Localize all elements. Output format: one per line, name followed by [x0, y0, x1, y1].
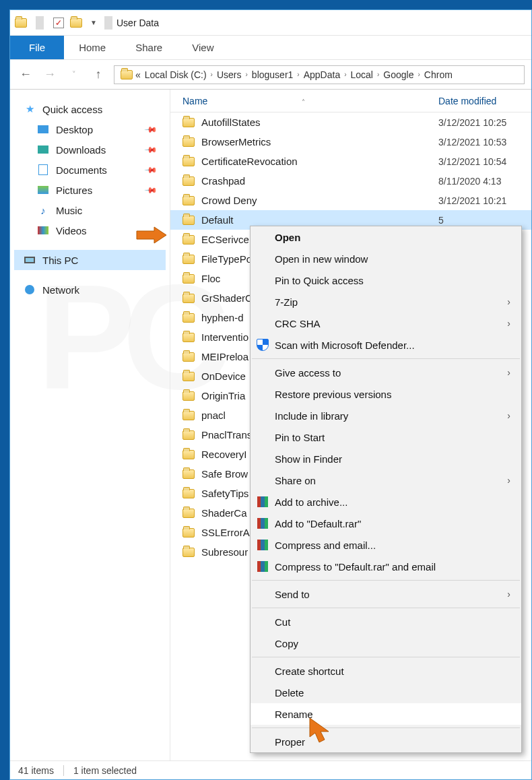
col-date[interactable]: Date modified	[438, 96, 496, 106]
network-icon	[24, 284, 36, 296]
tab-home[interactable]: Home	[64, 36, 121, 59]
file-row[interactable]: AutofillStates3/12/2021 10:25	[170, 112, 531, 132]
sidebar-quick-access[interactable]: ★ Quick access	[14, 99, 166, 119]
status-bar: 41 items 1 item selected	[10, 760, 531, 779]
file-row[interactable]: Crashpad8/11/2020 4:13	[170, 171, 531, 191]
file-name: SafetyTips	[201, 488, 248, 499]
archive-icon	[256, 495, 269, 509]
annotation-arrow-icon	[135, 226, 168, 245]
file-name: Floc	[201, 273, 220, 284]
file-date: 3/12/2021 10:53	[438, 137, 506, 148]
tab-file[interactable]: File	[10, 36, 64, 59]
sidebar-item[interactable]: Downloads📌	[14, 139, 166, 160]
breadcrumb[interactable]: Local	[349, 69, 375, 80]
folder-type-icon	[37, 184, 49, 196]
column-headers: Name˄ Date modified	[170, 90, 531, 112]
cm-properties[interactable]: Proper	[251, 731, 521, 752]
cm-defender[interactable]: Scan with Microsoft Defender...	[251, 334, 521, 356]
nav-forward-icon[interactable]: →	[41, 66, 59, 84]
sidebar-item[interactable]: Documents📌	[14, 160, 166, 180]
file-name: Crashpad	[201, 175, 245, 187]
cm-copy[interactable]: Copy	[251, 632, 521, 654]
context-menu: Open Open in new window Pin to Quick acc…	[250, 226, 522, 753]
breadcrumb[interactable]: Local Disk (C:)	[143, 69, 209, 80]
file-name: CertificateRevocation	[201, 156, 298, 167]
sidebar-label: Quick access	[42, 104, 102, 115]
cm-show-finder[interactable]: Show in Finder	[251, 448, 521, 469]
navbar: ← → ˅ ↑ « Local Disk (C:)› Users› blogus…	[10, 60, 531, 90]
breadcrumb[interactable]: Google	[381, 69, 415, 80]
sidebar-item[interactable]: ♪Music	[14, 200, 166, 220]
status-selected: 1 item selected	[73, 765, 137, 776]
cm-create-shortcut[interactable]: Create shortcut	[251, 660, 521, 682]
cm-add-archive[interactable]: Add to archive...	[251, 491, 521, 513]
file-name: Default	[201, 214, 234, 226]
file-row[interactable]: BrowserMetrics3/12/2021 10:53	[170, 132, 531, 152]
qat-dropdown-icon[interactable]: ▼	[87, 16, 100, 30]
qat-divider	[36, 16, 44, 30]
file-name: BrowserMetrics	[201, 136, 271, 148]
breadcrumb[interactable]: AppData	[302, 69, 342, 80]
status-count: 41 items	[18, 765, 54, 776]
cm-separator	[252, 657, 520, 657]
nav-pane: ★ Quick access Desktop📌Downloads📌Documen…	[10, 90, 170, 760]
cm-open-new-window[interactable]: Open in new window	[251, 248, 521, 269]
breadcrumb[interactable]: bloguser1	[250, 69, 296, 80]
tab-share[interactable]: Share	[121, 36, 177, 59]
chevron-right-icon: ›	[507, 318, 510, 329]
sidebar-item[interactable]: Pictures📌	[14, 180, 166, 200]
sidebar-item-label: Downloads	[56, 144, 106, 156]
sidebar-network[interactable]: Network	[14, 280, 166, 300]
pin-icon: 📌	[144, 183, 158, 197]
qat-newfolder-icon[interactable]	[69, 16, 83, 30]
archive-icon	[256, 538, 269, 552]
folder-icon	[182, 313, 195, 323]
cm-rename[interactable]: Rename	[251, 703, 521, 725]
sidebar-item[interactable]: Desktop📌	[14, 119, 166, 139]
cm-crc-sha[interactable]: CRC SHA›	[251, 313, 521, 334]
cm-send-to[interactable]: Send to›	[251, 583, 521, 605]
address-bar[interactable]: « Local Disk (C:)› Users› bloguser1› App…	[114, 65, 525, 84]
cm-pin-start[interactable]: Pin to Start	[251, 426, 521, 448]
file-row[interactable]: CertificateRevocation3/12/2021 10:54	[170, 152, 531, 171]
folder-icon	[182, 430, 195, 440]
tab-view[interactable]: View	[177, 36, 228, 59]
folder-icon	[182, 235, 195, 245]
cm-give-access[interactable]: Give access to›	[251, 362, 521, 383]
address-folder-icon	[120, 68, 133, 82]
cm-cut[interactable]: Cut	[251, 611, 521, 632]
file-row[interactable]: Crowd Deny3/12/2021 10:21	[170, 191, 531, 210]
sidebar-item-label: Videos	[56, 225, 87, 236]
nav-up-icon[interactable]: ↑	[90, 66, 107, 84]
cm-include-library[interactable]: Include in library›	[251, 405, 521, 426]
sidebar-item-label: Documents	[56, 164, 107, 176]
titlebar: ✓ ▼ User Data	[10, 10, 531, 36]
folder-type-icon	[37, 123, 49, 135]
file-date: 3/12/2021 10:54	[438, 156, 506, 167]
folder-icon	[182, 352, 195, 362]
cm-add-default-rar[interactable]: Add to "Default.rar"	[251, 513, 521, 534]
app-folder-icon	[14, 16, 28, 30]
breadcrumb[interactable]: Users	[215, 69, 244, 80]
folder-icon	[182, 176, 195, 186]
folder-icon	[182, 528, 195, 538]
chevron-right-icon: ›	[507, 589, 510, 599]
cm-compress-default-email[interactable]: Compress to "Default.rar" and email	[251, 556, 521, 577]
archive-icon	[256, 517, 269, 530]
cm-delete[interactable]: Delete	[251, 682, 521, 703]
cm-open[interactable]: Open	[251, 226, 521, 248]
cm-compress-email[interactable]: Compress and email...	[251, 534, 521, 556]
breadcrumb[interactable]: Chrom	[422, 69, 455, 80]
chevron-right-icon: ›	[507, 296, 510, 307]
nav-back-icon[interactable]: ←	[17, 66, 34, 84]
qat-properties-icon[interactable]: ✓	[52, 16, 65, 30]
chevron-right-icon: ›	[295, 71, 301, 78]
sidebar-this-pc[interactable]: This PC	[14, 250, 166, 270]
cm-pin-quick-access[interactable]: Pin to Quick access	[251, 269, 521, 291]
cm-restore-versions[interactable]: Restore previous versions	[251, 383, 521, 405]
col-name[interactable]: Name˄	[182, 96, 438, 106]
cm-share-on[interactable]: Share on›	[251, 469, 521, 491]
folder-icon	[182, 411, 195, 420]
nav-recent-icon[interactable]: ˅	[65, 66, 83, 84]
cm-7zip[interactable]: 7-Zip›	[251, 291, 521, 313]
